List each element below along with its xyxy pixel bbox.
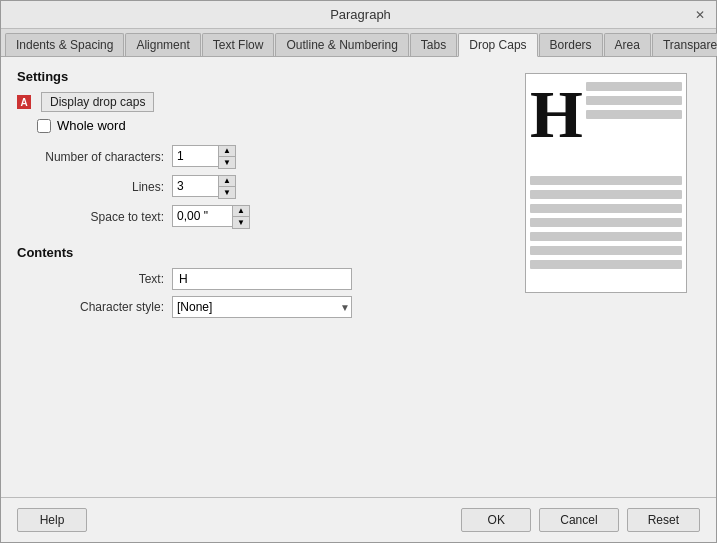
spinner-down-icon: ▼ (223, 189, 231, 197)
ok-button[interactable]: OK (461, 508, 531, 532)
bottom-right-buttons: OK Cancel Reset (461, 508, 700, 532)
preview-line-8 (530, 232, 682, 241)
right-panel: H (525, 69, 700, 485)
drop-caps-icon: A (17, 95, 31, 109)
tab-outline-numbering[interactable]: Outline & Numbering (275, 33, 408, 56)
close-icon: ✕ (695, 8, 705, 22)
tab-area[interactable]: Area (604, 33, 651, 56)
space-to-text-down-button[interactable]: ▼ (233, 217, 249, 228)
whole-word-checkbox[interactable] (37, 119, 51, 133)
character-style-wrapper: [None] Default Paragraph Style Heading 1… (172, 296, 352, 318)
paragraph-dialog: Paragraph ✕ Indents & Spacing Alignment … (0, 0, 717, 543)
text-input[interactable] (172, 268, 352, 290)
lines-row: Lines: ▲ ▼ (17, 175, 509, 199)
tab-tabs[interactable]: Tabs (410, 33, 457, 56)
spinner-up-icon: ▲ (223, 147, 231, 155)
space-to-text-spinner: ▲ ▼ (172, 205, 250, 229)
whole-word-label: Whole word (57, 118, 126, 133)
space-to-text-spinner-buttons: ▲ ▼ (232, 205, 250, 229)
character-style-row: Character style: [None] Default Paragrap… (17, 296, 509, 318)
character-style-select[interactable]: [None] Default Paragraph Style Heading 1… (172, 296, 352, 318)
spinner-down-icon: ▼ (237, 219, 245, 227)
dialog-title: Paragraph (29, 7, 692, 22)
preview-lines-right (586, 82, 682, 119)
lines-label: Lines: (17, 180, 172, 194)
preview-line-1 (586, 82, 682, 91)
lines-down-button[interactable]: ▼ (219, 187, 235, 198)
spinner-up-icon: ▲ (223, 177, 231, 185)
tab-drop-caps[interactable]: Drop Caps (458, 33, 537, 57)
help-button[interactable]: Help (17, 508, 87, 532)
num-characters-spinner-buttons: ▲ ▼ (218, 145, 236, 169)
tab-text-flow[interactable]: Text Flow (202, 33, 275, 56)
preview-line-2 (586, 96, 682, 105)
space-to-text-label: Space to text: (17, 210, 172, 224)
spinner-up-icon: ▲ (237, 207, 245, 215)
tab-transparency[interactable]: Transparency (652, 33, 717, 56)
preview-lines-full (530, 176, 682, 269)
character-style-label: Character style: (17, 300, 172, 314)
contents-section: Contents Text: Character style: [None] D… (17, 245, 509, 318)
space-to-text-row: Space to text: ▲ ▼ (17, 205, 509, 229)
content-area: Settings A Display drop caps Whole word … (1, 57, 716, 497)
lines-spinner-buttons: ▲ ▼ (218, 175, 236, 199)
display-drop-caps-row: A Display drop caps (17, 92, 509, 112)
spinner-down-icon: ▼ (223, 159, 231, 167)
preview-line-6 (530, 204, 682, 213)
preview-line-7 (530, 218, 682, 227)
tab-alignment[interactable]: Alignment (125, 33, 200, 56)
settings-section-title: Settings (17, 69, 509, 84)
title-bar: Paragraph ✕ (1, 1, 716, 29)
preview-line-5 (530, 190, 682, 199)
cancel-button[interactable]: Cancel (539, 508, 618, 532)
preview-line-3 (586, 110, 682, 119)
space-to-text-input[interactable] (172, 205, 232, 227)
lines-up-button[interactable]: ▲ (219, 176, 235, 187)
num-characters-up-button[interactable]: ▲ (219, 146, 235, 157)
num-characters-row: Number of characters: ▲ ▼ (17, 145, 509, 169)
lines-spinner: ▲ ▼ (172, 175, 236, 199)
bottom-bar: Help OK Cancel Reset (1, 497, 716, 542)
space-to-text-up-button[interactable]: ▲ (233, 206, 249, 217)
preview-line-10 (530, 260, 682, 269)
num-characters-input[interactable] (172, 145, 218, 167)
tab-indents-spacing[interactable]: Indents & Spacing (5, 33, 124, 56)
tab-borders[interactable]: Borders (539, 33, 603, 56)
preview-line-4 (530, 176, 682, 185)
text-row: Text: (17, 268, 509, 290)
lines-input[interactable] (172, 175, 218, 197)
contents-section-title: Contents (17, 245, 509, 260)
num-characters-spinner: ▲ ▼ (172, 145, 236, 169)
preview-drop-cap-letter: H (530, 80, 583, 148)
reset-button[interactable]: Reset (627, 508, 700, 532)
display-drop-caps-button[interactable]: Display drop caps (41, 92, 154, 112)
tab-bar: Indents & Spacing Alignment Text Flow Ou… (1, 29, 716, 57)
text-label: Text: (17, 272, 172, 286)
num-characters-down-button[interactable]: ▼ (219, 157, 235, 168)
num-characters-label: Number of characters: (17, 150, 172, 164)
close-button[interactable]: ✕ (692, 7, 708, 23)
preview-box: H (525, 73, 687, 293)
preview-line-9 (530, 246, 682, 255)
whole-word-row: Whole word (37, 118, 509, 133)
left-panel: Settings A Display drop caps Whole word … (17, 69, 509, 485)
